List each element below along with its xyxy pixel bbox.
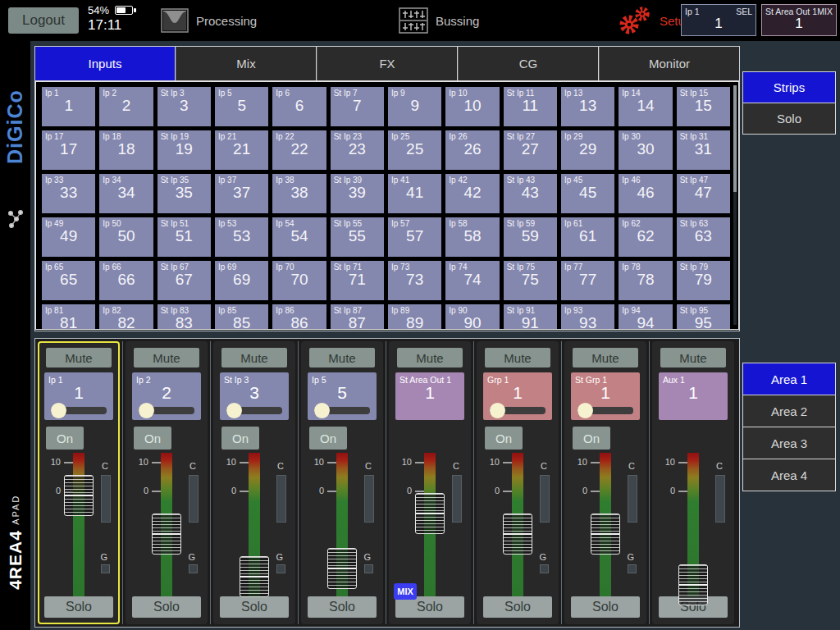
grid-cell[interactable]: St Ip 33 (158, 87, 211, 126)
on-button[interactable]: On (46, 427, 84, 450)
mute-button[interactable]: Mute (660, 348, 726, 368)
mute-button[interactable]: Mute (573, 348, 638, 368)
grid-cell[interactable]: Ip 6666 (99, 261, 153, 300)
channel-label-box[interactable]: Grp 11 (483, 372, 552, 420)
pan-slider[interactable] (226, 407, 282, 414)
on-button[interactable]: On (573, 427, 610, 450)
grid-cell[interactable]: Ip 3737 (215, 174, 268, 213)
grid-cell[interactable]: St Ip 4747 (677, 174, 730, 213)
pan-slider[interactable] (490, 407, 546, 414)
grid-cell[interactable]: St Ip 6767 (158, 261, 211, 300)
area-button-3[interactable]: Area 3 (742, 427, 836, 459)
grid-cell[interactable]: Ip 3030 (619, 130, 672, 170)
solo-button[interactable]: Solo (571, 596, 640, 618)
grid-cell[interactable]: Ip 9090 (445, 304, 499, 330)
mute-button[interactable]: Mute (309, 348, 375, 368)
area-button-1[interactable]: Area 1 (742, 363, 836, 395)
channel-label-box[interactable]: St Grp 11 (571, 372, 640, 420)
on-button[interactable]: On (134, 427, 171, 450)
grid-cell[interactable]: Ip 1414 (619, 87, 672, 126)
grid-cell[interactable]: Ip 3838 (272, 174, 326, 213)
grid-cell[interactable]: Ip 55 (215, 87, 268, 126)
grid-cell[interactable]: Ip 7373 (388, 261, 441, 300)
grid-cell[interactable]: St Ip 3535 (158, 174, 211, 213)
fader-handle[interactable] (64, 475, 94, 516)
grid-cell[interactable]: St Ip 77 (331, 87, 384, 126)
pan-slider[interactable] (139, 407, 194, 414)
bussing-button[interactable]: Bussing (399, 7, 479, 34)
grid-cell[interactable]: St Ip 4343 (504, 174, 557, 213)
grid-cell[interactable]: Ip 5858 (445, 217, 499, 257)
grid-cell[interactable]: Ip 2929 (561, 130, 614, 170)
mute-button[interactable]: Mute (485, 348, 550, 368)
grid-cell[interactable]: St Ip 9595 (677, 304, 730, 330)
area-button-2[interactable]: Area 2 (742, 395, 836, 427)
grid-cell[interactable]: St Ip 3939 (331, 174, 384, 213)
grid-cell[interactable]: Ip 6969 (215, 261, 268, 300)
grid-cell[interactable]: Ip 8282 (99, 304, 153, 330)
solo-button[interactable]: Solo (308, 596, 377, 618)
mute-button[interactable]: Mute (397, 348, 463, 368)
grid-cell[interactable]: St Ip 2727 (504, 130, 557, 170)
grid-cell[interactable]: Ip 5454 (272, 217, 326, 257)
grid-cell[interactable]: Ip 4242 (445, 174, 499, 213)
grid-cell[interactable]: St Ip 8787 (331, 304, 384, 330)
on-button[interactable]: On (485, 427, 523, 450)
fader-handle[interactable] (415, 493, 445, 534)
grid-cell[interactable]: Ip 7878 (619, 261, 672, 300)
grid-cell[interactable]: Ip 6262 (619, 217, 672, 257)
grid-cell[interactable]: Ip 1717 (42, 130, 95, 170)
pan-knob[interactable] (578, 403, 593, 418)
grid-cell[interactable]: Ip 8585 (215, 304, 268, 330)
grid-cell[interactable]: Ip 1818 (99, 130, 153, 170)
solo-button[interactable]: Solo (483, 596, 552, 618)
grid-cell[interactable]: Ip 5353 (215, 217, 268, 257)
grid-cell[interactable]: St Ip 1515 (677, 87, 730, 126)
fader-handle[interactable] (327, 548, 357, 589)
grid-cell[interactable]: Ip 3333 (42, 174, 95, 213)
grid-scrollbar-thumb[interactable] (733, 85, 737, 192)
tab-mix[interactable]: Mix (176, 47, 317, 80)
channel-label-box[interactable]: Ip 22 (132, 372, 201, 420)
grid-cell[interactable]: Ip 1010 (445, 87, 499, 126)
tab-fx[interactable]: FX (317, 47, 458, 80)
area-button-4[interactable]: Area 4 (742, 459, 836, 491)
solo-button[interactable]: Solo (220, 596, 289, 618)
fader-handle[interactable] (591, 514, 620, 555)
grid-scrollbar[interactable] (733, 85, 737, 325)
grid-cell[interactable]: Ip 8989 (388, 304, 441, 330)
mix-output-box[interactable]: St Area Out 1 MIX 1 (761, 4, 837, 36)
grid-cell[interactable]: Ip 99 (388, 87, 441, 126)
mute-button[interactable]: Mute (46, 348, 112, 368)
fader-handle[interactable] (503, 514, 532, 555)
grid-cell[interactable]: St Ip 6363 (677, 217, 730, 257)
grid-cell[interactable]: St Ip 3131 (677, 130, 730, 170)
grid-cell[interactable]: St Ip 7979 (677, 261, 730, 300)
grid-cell[interactable]: Ip 7474 (445, 261, 499, 300)
pan-slider[interactable] (51, 407, 107, 414)
grid-cell[interactable]: St Ip 7171 (331, 261, 384, 300)
fader-handle[interactable] (678, 564, 708, 605)
grid-cell[interactable]: Ip 66 (272, 87, 326, 126)
grid-cell[interactable]: St Ip 2323 (331, 130, 384, 170)
grid-cell[interactable]: Ip 2121 (215, 130, 268, 170)
logout-button[interactable]: Logout (8, 7, 79, 34)
grid-cell[interactable]: Ip 7777 (561, 261, 614, 300)
tab-inputs[interactable]: Inputs (35, 47, 176, 80)
grid-cell[interactable]: St Ip 9191 (504, 304, 557, 330)
pan-knob[interactable] (490, 403, 505, 418)
on-button[interactable]: On (309, 427, 347, 450)
grid-cell[interactable]: Ip 4545 (561, 174, 614, 213)
grid-cell[interactable]: Ip 4949 (42, 217, 95, 257)
pan-knob[interactable] (226, 403, 242, 418)
on-button[interactable]: On (221, 427, 259, 450)
grid-cell[interactable]: Ip 11 (42, 87, 95, 126)
pan-slider[interactable] (578, 407, 633, 414)
grid-cell[interactable]: St Ip 1919 (158, 130, 211, 170)
strips-button[interactable]: Strips (742, 71, 836, 103)
channel-label-box[interactable]: St Area Out 11 (395, 372, 464, 420)
grid-cell[interactable]: Ip 3434 (99, 174, 153, 213)
grid-cell[interactable]: Ip 2626 (445, 130, 499, 170)
grid-cell[interactable]: Ip 5757 (388, 217, 441, 257)
grid-cell[interactable]: St Ip 5151 (158, 217, 211, 257)
